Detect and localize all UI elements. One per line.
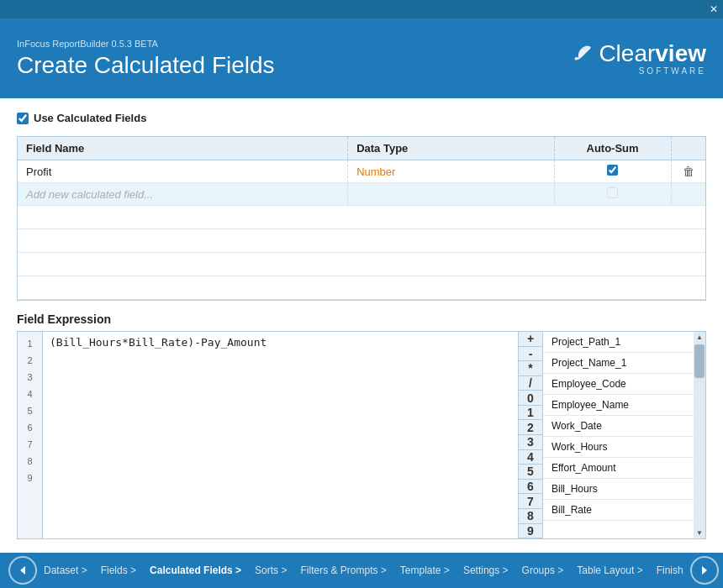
six-button[interactable]: 6	[519, 480, 542, 495]
nav-item-sorts[interactable]: Sorts >	[248, 564, 293, 576]
list-item[interactable]: Bill_Rate	[543, 500, 694, 521]
page-title: Create Calculated Fields	[17, 52, 275, 79]
auto-sum-checkbox[interactable]	[607, 165, 618, 176]
table-spacer-1	[18, 206, 705, 229]
table-spacer-4	[18, 276, 705, 300]
use-calculated-fields-label[interactable]: Use Calculated Fields	[34, 112, 146, 124]
bottom-nav: Dataset > Fields > Calculated Fields > S…	[0, 553, 723, 588]
logo-sub: SOFTWARE	[639, 66, 706, 76]
auto-sum-cell[interactable]	[554, 160, 671, 183]
divide-button[interactable]: /	[519, 376, 542, 391]
new-data-type-cell	[348, 183, 554, 206]
scroll-thumb[interactable]	[694, 344, 705, 378]
line-num-6: 6	[22, 419, 37, 436]
next-arrow-icon	[699, 565, 710, 575]
next-nav-button[interactable]	[690, 556, 719, 585]
list-item[interactable]: Bill_Hours	[543, 479, 694, 500]
logo-text: Clearview	[599, 42, 706, 66]
line-num-9: 9	[22, 470, 37, 486]
delete-cell[interactable]: 🗑	[671, 160, 705, 183]
plus-button[interactable]: +	[519, 332, 542, 347]
operator-buttons: + - * / 0 1 2 3 4 5 6 7 8 9	[518, 332, 542, 538]
three-button[interactable]: 3	[519, 435, 542, 450]
delete-icon[interactable]: 🗑	[683, 165, 694, 178]
svg-marker-1	[702, 566, 707, 575]
nav-items: Dataset > Fields > Calculated Fields > S…	[37, 564, 690, 576]
scroll-up-arrow[interactable]: ▲	[694, 332, 705, 343]
nav-item-finish[interactable]: Finish	[650, 564, 690, 576]
line-num-5: 5	[22, 402, 37, 419]
table-new-row: Add new calculated field...	[18, 183, 705, 206]
field-name-cell[interactable]: Profit	[18, 160, 348, 183]
minus-button[interactable]: -	[519, 347, 542, 362]
new-field-name-cell[interactable]: Add new calculated field...	[18, 183, 348, 206]
nav-item-calculated-fields[interactable]: Calculated Fields >	[143, 564, 248, 576]
four-button[interactable]: 4	[519, 450, 542, 465]
new-auto-sum-checkbox	[607, 187, 618, 198]
nav-item-template[interactable]: Template >	[393, 564, 456, 576]
close-button[interactable]: ✕	[710, 3, 718, 15]
new-delete-cell	[671, 183, 705, 206]
logo-bird-icon	[570, 41, 595, 66]
new-auto-sum-cell	[554, 183, 671, 206]
table-spacer-2	[18, 229, 705, 253]
data-type-cell[interactable]: Number	[348, 160, 554, 183]
nav-item-groups[interactable]: Groups >	[515, 564, 571, 576]
one-button[interactable]: 1	[519, 406, 542, 421]
zero-button[interactable]: 0	[519, 391, 542, 406]
main-content: Use Calculated Fields Field Name Data Ty…	[0, 98, 723, 553]
list-item[interactable]: Work_Date	[543, 416, 694, 437]
scroll-down-arrow[interactable]: ▼	[694, 528, 705, 538]
line-num-3: 3	[22, 369, 37, 386]
multiply-button[interactable]: *	[519, 361, 542, 376]
field-expression-label: Field Expression	[17, 312, 706, 326]
col-header-data-type: Data Type	[348, 137, 554, 160]
fields-table: Field Name Data Type Auto-Sum Profit Num…	[18, 137, 705, 300]
seven-button[interactable]: 7	[519, 494, 542, 509]
line-num-2: 2	[22, 352, 37, 369]
five-button[interactable]: 5	[519, 465, 542, 480]
line-num-4: 4	[22, 386, 37, 402]
line-num-1: 1	[22, 335, 37, 352]
logo-area: Clearview SOFTWARE	[570, 41, 706, 76]
nav-item-table-layout[interactable]: Table Layout >	[570, 564, 649, 576]
line-num-8: 8	[22, 453, 37, 470]
field-list-scrollbar[interactable]: ▲ ▼	[694, 332, 705, 538]
eight-button[interactable]: 8	[519, 509, 542, 524]
header: InFocus ReportBuilder 0.5.3 BETA Create …	[0, 18, 723, 98]
table-row: Profit Number 🗑	[18, 160, 705, 183]
table-header-row: Field Name Data Type Auto-Sum	[18, 137, 705, 160]
nav-item-settings[interactable]: Settings >	[456, 564, 515, 576]
title-bar: ✕	[0, 0, 723, 18]
col-header-field-name: Field Name	[18, 137, 348, 160]
line-num-7: 7	[22, 436, 37, 453]
nine-button[interactable]: 9	[519, 524, 542, 539]
prev-nav-button[interactable]	[8, 556, 37, 585]
header-left: InFocus ReportBuilder 0.5.3 BETA Create …	[17, 39, 275, 79]
col-header-auto-sum: Auto-Sum	[554, 137, 671, 160]
list-item[interactable]: Work_Hours	[543, 437, 694, 458]
expression-area: 1 2 3 4 5 6 7 8 9 (Bill_Hours*Bill_Rate)…	[17, 331, 706, 539]
prev-arrow-icon	[18, 565, 28, 575]
nav-item-dataset[interactable]: Dataset >	[37, 564, 94, 576]
use-calculated-fields-checkbox[interactable]	[17, 113, 29, 124]
nav-item-filters-prompts[interactable]: Filters & Prompts >	[293, 564, 393, 576]
fields-table-section: Field Name Data Type Auto-Sum Profit Num…	[17, 136, 706, 301]
list-item[interactable]: Effort_Amount	[543, 458, 694, 479]
svg-marker-0	[20, 566, 25, 575]
list-item[interactable]: Employee_Code	[543, 374, 694, 395]
line-numbers: 1 2 3 4 5 6 7 8 9	[18, 332, 43, 538]
two-button[interactable]: 2	[519, 420, 542, 435]
nav-item-fields[interactable]: Fields >	[94, 564, 143, 576]
col-header-delete	[671, 137, 705, 160]
app-name: InFocus ReportBuilder 0.5.3 BETA	[17, 39, 275, 49]
table-spacer-3	[18, 253, 705, 276]
list-item[interactable]: Project_Name_1	[543, 353, 694, 374]
list-item[interactable]: Project_Path_1	[543, 332, 694, 353]
use-calculated-fields-row: Use Calculated Fields	[17, 112, 706, 124]
field-list: Project_Path_1 Project_Name_1 Employee_C…	[542, 332, 694, 538]
expression-editor[interactable]: (Bill_Hours*Bill_Rate)-Pay_Amount	[43, 332, 518, 538]
list-item[interactable]: Employee_Name	[543, 395, 694, 416]
